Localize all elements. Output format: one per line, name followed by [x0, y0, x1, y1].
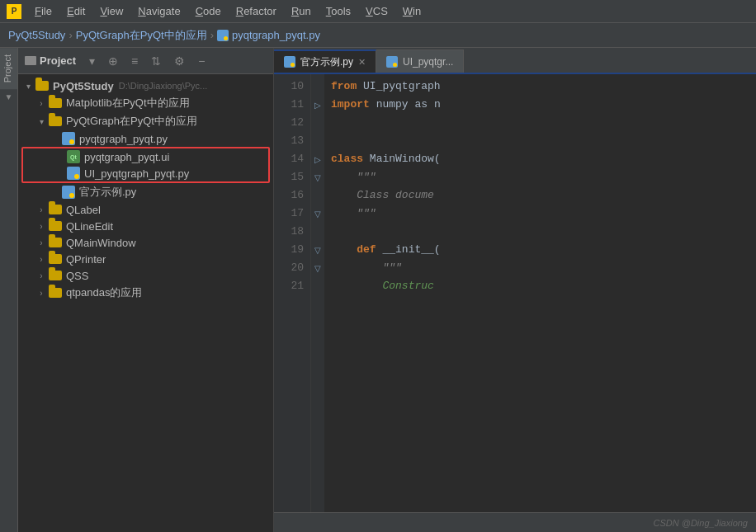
tree-pyqtgraph-py[interactable]: ▸ pyqtgraph_pyqt.py	[18, 130, 273, 147]
toolbar-dropdown-btn[interactable]: ▾	[86, 53, 98, 69]
toolbar-align-btn[interactable]: ≡	[128, 53, 141, 69]
qtpandas-label: qtpandas的应用	[66, 285, 143, 300]
menu-tools[interactable]: Tools	[319, 3, 357, 19]
pyqtgraph-py-label: pyqtgraph_pyqt.py	[79, 133, 168, 145]
breadcrumb-sep-1: ›	[69, 29, 72, 41]
tree-qlabel-folder[interactable]: › QLabel	[18, 201, 273, 218]
qmainwindow-folder-icon	[48, 236, 63, 249]
menu-refactor[interactable]: Refactor	[229, 3, 283, 19]
breadcrumb-sep-2: ›	[210, 29, 214, 41]
tree-qprinter-folder[interactable]: › QPrinter	[18, 251, 273, 267]
menu-run[interactable]: Run	[285, 3, 318, 19]
tab-ui-pyqtgraph[interactable]: UI_pyqtgr...	[376, 49, 464, 73]
gutter-11: ▷	[314, 101, 321, 110]
project-toolbar: Project ▾ ⊕ ≡ ⇅ ⚙ −	[18, 48, 273, 74]
tab-ui-icon	[386, 56, 398, 68]
tree-official-py[interactable]: ▸ 官方示例.py	[18, 183, 273, 201]
highlight-selection-box: ▸ Qt pyqtgraph_pyqt.ui ▸ UI_pyqtgraph_py…	[21, 147, 270, 183]
tree-pyqtgraph-ui[interactable]: ▸ Qt pyqtgraph_pyqt.ui	[23, 148, 268, 165]
toolbar-sort-btn[interactable]: ⇅	[148, 53, 164, 69]
root-arrow: ▾	[21, 82, 35, 91]
root-label: PyQt5Study	[53, 80, 114, 92]
line-numbers: 10 11 12 13 14 15 16 17 18 19 20 21	[274, 74, 311, 512]
ui-pyqtgraph-py-label: UI_pyqtgraph_pyqt.py	[84, 167, 189, 180]
root-path: D:\DingJiaxiong\Pyc...	[119, 81, 208, 91]
gutter-20: ▽	[314, 264, 321, 273]
tree-root[interactable]: ▾ PyQt5Study D:\DingJiaxiong\Pyc...	[18, 78, 273, 94]
qprinter-arrow: ›	[35, 255, 48, 264]
qmainwindow-label: QMainWindow	[66, 237, 136, 249]
pyqtgraph-ui-icon: Qt	[66, 150, 81, 163]
editor-panel: 官方示例.py ✕ UI_pyqtgr... 10 11 12 13 14 15…	[274, 48, 756, 532]
project-side-tab[interactable]: Project	[0, 48, 17, 89]
matplotlib-folder-icon	[48, 97, 63, 110]
project-panel-icon	[25, 56, 36, 65]
project-toolbar-title: Project	[40, 54, 76, 67]
menu-view[interactable]: View	[93, 3, 130, 19]
breadcrumb-bar: PyQt5Study › PyQtGraph在PyQt中的应用 › pyqtgr…	[0, 23, 756, 48]
breadcrumb-pyqt5study[interactable]: PyQt5Study	[8, 29, 65, 41]
official-py-label: 官方示例.py	[79, 185, 136, 200]
qlineedit-label: QLineEdit	[66, 220, 113, 233]
qlabel-folder-icon	[48, 203, 63, 216]
menu-edit[interactable]: Edit	[60, 3, 92, 19]
qlineedit-folder-icon	[48, 219, 63, 233]
tab-official-icon	[284, 56, 295, 68]
tree-ui-pyqtgraph-py[interactable]: ▸ UI_pyqtgraph_pyqt.py	[23, 165, 268, 181]
pyqtgraph-label: PyQtGraph在PyQt中的应用	[66, 114, 197, 129]
matplotlib-label: Matplotlib在PyQt中的应用	[66, 96, 190, 111]
project-tree: ▾ PyQt5Study D:\DingJiaxiong\Pyc... › Ma…	[18, 74, 273, 532]
code-gutter: ▷ ▷ ▽ ▽ ▽ ▽	[311, 74, 324, 512]
breadcrumb-file[interactable]: pyqtgraph_pyqt.py	[232, 29, 320, 41]
gutter-15: ▽	[314, 173, 321, 182]
official-py-icon	[61, 186, 76, 199]
qmainwindow-arrow: ›	[35, 238, 48, 247]
code-editor: 10 11 12 13 14 15 16 17 18 19 20 21 ▷ ▷	[274, 74, 756, 512]
menu-win[interactable]: Win	[396, 3, 428, 19]
pyqtgraph-folder-icon	[48, 115, 63, 128]
status-bar: CSDN @Ding_Jiaxiong	[274, 512, 756, 532]
tab-official[interactable]: 官方示例.py ✕	[274, 49, 376, 73]
pyqtgraph-ui-label: pyqtgraph_pyqt.ui	[84, 151, 169, 163]
gutter-19: ▽	[314, 246, 321, 255]
tree-qtpandas-folder[interactable]: › qtpandas的应用	[18, 284, 273, 302]
menu-file[interactable]: File	[28, 3, 59, 19]
tree-matplotlib-folder[interactable]: › Matplotlib在PyQt中的应用	[18, 94, 273, 112]
menu-vcs[interactable]: VCS	[359, 3, 395, 19]
side-arrow-down[interactable]: ▼	[5, 92, 13, 101]
gutter-14: ▷	[314, 155, 321, 164]
qprinter-folder-icon	[48, 252, 63, 266]
tree-qss-folder[interactable]: › QSS	[18, 267, 273, 284]
tab-official-close[interactable]: ✕	[358, 57, 366, 68]
app-logo: P	[7, 4, 21, 19]
breadcrumb-file-icon	[217, 30, 229, 41]
breadcrumb-pyqtgraph[interactable]: PyQtGraph在PyQt中的应用	[76, 28, 207, 43]
tab-official-label: 官方示例.py	[300, 55, 353, 69]
pyqtgraph-py-icon	[61, 132, 76, 145]
pyqtgraph-arrow: ▾	[35, 117, 48, 126]
qtpandas-arrow: ›	[35, 289, 48, 298]
watermark: CSDN @Ding_Jiaxiong	[654, 518, 749, 528]
qss-folder-icon	[48, 269, 63, 282]
main-layout: Project ▼ Project ▾ ⊕ ≡ ⇅ ⚙ − ▾	[0, 48, 756, 532]
menu-code[interactable]: Code	[189, 3, 228, 19]
tree-qlineedit-folder[interactable]: › QLineEdit	[18, 218, 273, 234]
code-content[interactable]: from UI_pyqtgraph import numpy as n clas…	[324, 74, 756, 512]
menu-navigate[interactable]: Navigate	[131, 3, 187, 19]
toolbar-minimize-btn[interactable]: −	[195, 53, 208, 69]
project-panel: Project ▾ ⊕ ≡ ⇅ ⚙ − ▾ PyQt5Study D:\Ding…	[18, 48, 274, 532]
toolbar-settings-btn[interactable]: ⚙	[171, 53, 188, 69]
qss-arrow: ›	[35, 271, 48, 280]
gutter-17: ▽	[314, 210, 321, 219]
menubar: P File Edit View Navigate Code Refactor …	[0, 0, 756, 23]
qlabel-arrow: ›	[35, 205, 48, 214]
toolbar-add-btn[interactable]: ⊕	[105, 53, 121, 69]
qprinter-label: QPrinter	[66, 253, 106, 266]
qlabel-label: QLabel	[66, 204, 101, 216]
qtpandas-folder-icon	[48, 286, 63, 299]
tree-pyqtgraph-folder[interactable]: ▾ PyQtGraph在PyQt中的应用	[18, 112, 273, 130]
ui-pyqtgraph-py-icon	[66, 167, 81, 180]
root-folder-icon	[35, 79, 50, 92]
tree-qmainwindow-folder[interactable]: › QMainWindow	[18, 234, 273, 251]
tab-ui-label: UI_pyqtgr...	[403, 56, 453, 68]
